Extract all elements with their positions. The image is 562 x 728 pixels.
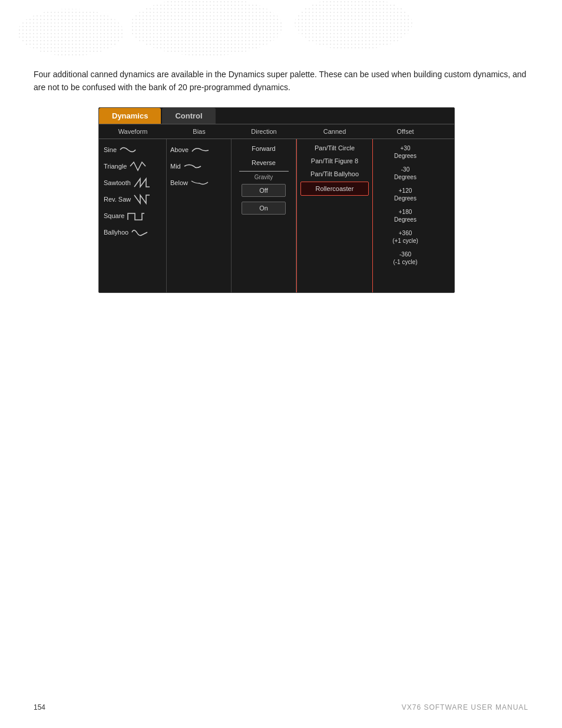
offset-item-0: +30 Degrees [392, 141, 419, 163]
waveform-revsaw[interactable]: Rev. Saw [100, 191, 165, 207]
waveform-triangle[interactable]: Triangle [100, 158, 165, 174]
offset-unit-3: Degrees [394, 216, 416, 223]
tab-control[interactable]: Control [162, 108, 215, 124]
bias-mid-label: Mid [170, 163, 181, 170]
col-header-offset: Offset [373, 127, 438, 136]
page-number: 154 [34, 703, 45, 711]
gravity-divider [239, 171, 289, 172]
bias-above-label: Above [170, 146, 189, 153]
offset-item-5: -360 (-1 cycle) [391, 248, 419, 269]
description-text: Four additional canned dynamics are avai… [34, 68, 528, 94]
direction-off-button[interactable]: Off [242, 184, 286, 197]
offset-item-3: +180 Degrees [392, 205, 419, 226]
canned-pantilt-figure8[interactable]: Pan/Tilt Figure 8 [298, 154, 371, 167]
offset-value-2: +120 [394, 187, 416, 195]
tab-dynamics[interactable]: Dynamics [99, 108, 161, 124]
offset-value-1: -30 [394, 166, 416, 173]
waveform-column: Sine Triangle Sawtooth [99, 139, 167, 292]
waveform-triangle-label: Triangle [104, 163, 127, 170]
canned-rollercoaster[interactable]: Rollercoaster [300, 182, 369, 196]
direction-forward[interactable]: Forward [233, 141, 295, 156]
offset-item-2: +120 Degrees [392, 184, 419, 205]
offset-item-4: +360 (+1 cycle) [390, 226, 421, 248]
offset-value-3: +180 [394, 208, 416, 216]
footer: 154 VX76 SOFTWARE USER MANUAL [0, 699, 562, 716]
bias-below-label: Below [170, 179, 188, 186]
waveform-square[interactable]: Square [100, 207, 165, 224]
offset-unit-2: Degrees [394, 195, 416, 202]
offset-value-0: +30 [394, 144, 416, 152]
bias-mid[interactable]: Mid [168, 158, 230, 174]
triangle-wave-icon [129, 161, 147, 172]
ballyhoo-wave-icon [131, 227, 148, 238]
bias-below-icon [190, 177, 209, 188]
sine-wave-icon [119, 144, 137, 155]
bias-above-icon [191, 144, 210, 155]
bias-column: Above Mid Below [167, 139, 232, 292]
waveform-ballyhoo-label: Ballyhoo [104, 229, 128, 236]
col-header-waveform: Waveform [99, 127, 167, 136]
column-headers: Waveform Bias Direction Canned Offset [99, 124, 454, 139]
gravity-label: Gravity [254, 173, 273, 182]
waveform-square-label: Square [104, 212, 124, 219]
revsaw-wave-icon [133, 194, 151, 205]
offset-unit-5: (-1 cycle) [393, 258, 417, 266]
col-header-canned: Canned [296, 127, 373, 136]
direction-reverse[interactable]: Reverse [233, 156, 295, 170]
bias-mid-icon [183, 161, 202, 172]
bias-above[interactable]: Above [168, 141, 230, 158]
bias-below[interactable]: Below [168, 174, 230, 191]
canned-pantilt-circle[interactable]: Pan/Tilt Circle [298, 141, 371, 154]
waveform-sine-label: Sine [104, 146, 117, 153]
square-wave-icon [127, 210, 144, 221]
offset-unit-0: Degrees [394, 152, 416, 160]
waveform-ballyhoo[interactable]: Ballyhoo [100, 224, 165, 241]
col-header-direction: Direction [232, 127, 296, 136]
waveform-sawtooth[interactable]: Sawtooth [100, 174, 165, 191]
main-content: Sine Triangle Sawtooth [99, 139, 454, 292]
canned-pantilt-ballyhoo[interactable]: Pan/Tilt Ballyhoo [298, 167, 371, 180]
offset-unit-4: (+1 cycle) [392, 237, 418, 245]
canned-column: Pan/Tilt Circle Pan/Tilt Figure 8 Pan/Ti… [296, 139, 373, 292]
waveform-sawtooth-label: Sawtooth [104, 179, 131, 186]
offset-unit-1: Degrees [394, 173, 416, 181]
direction-on-button[interactable]: On [242, 202, 286, 215]
offset-item-1: -30 Degrees [392, 163, 419, 184]
sawtooth-wave-icon [133, 177, 151, 188]
offset-value-4: +360 [392, 229, 418, 237]
direction-column: Forward Reverse Gravity Off On [232, 139, 296, 292]
tab-bar: Dynamics Control [99, 108, 454, 124]
waveform-sine[interactable]: Sine [100, 141, 165, 158]
waveform-revsaw-label: Rev. Saw [104, 196, 131, 203]
col-header-bias: Bias [167, 127, 232, 136]
manual-title: VX76 SOFTWARE USER MANUAL [402, 703, 528, 711]
offset-value-5: -360 [393, 251, 417, 258]
dynamics-panel: Dynamics Control Waveform Bias Direction… [98, 107, 455, 293]
offset-column: +30 Degrees -30 Degrees +120 Degrees +18… [373, 139, 438, 292]
